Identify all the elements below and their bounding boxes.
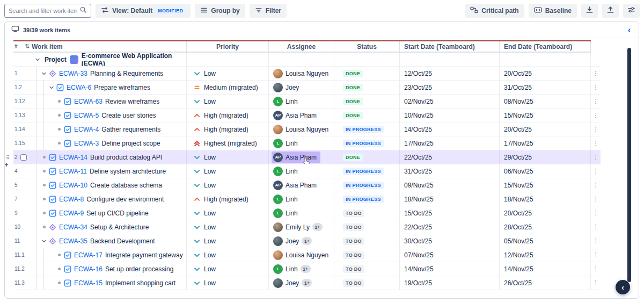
priority-cell[interactable]: Low <box>187 206 269 220</box>
column-header-end-date[interactable]: End Date (Teamboard) <box>500 41 591 52</box>
end-date-cell[interactable]: 15/Nov/25 <box>500 109 591 122</box>
project-cell[interactable]: Project E-commerce Web Application (ECWA… <box>32 53 187 66</box>
table-row[interactable]: ⠿ + 11.1 ECWA-17 Integrate payment gatew… <box>13 248 601 262</box>
priority-cell[interactable]: Low <box>187 178 269 192</box>
table-row[interactable]: ⠿ + 1.14 ECWA-4 Gather requirements <box>13 122 601 136</box>
column-header-status[interactable]: Status <box>334 41 400 52</box>
work-item-cell[interactable]: ECWA-14 Build product catalog API <box>32 150 187 164</box>
assignee-cell[interactable]: L Linh <box>269 95 334 108</box>
status-cell[interactable]: DONE <box>334 109 400 122</box>
work-item-cell[interactable]: ECWA-9 Set up CI/CD pipeline <box>32 206 187 220</box>
assignee-chip[interactable]: Louisa Nguyen <box>272 124 332 135</box>
assignee-cell[interactable]: AP Asia Pham <box>269 109 334 122</box>
start-date-cell[interactable]: 18/Nov/25 <box>400 192 500 206</box>
end-date-cell[interactable]: 26/Oct/25 <box>500 276 591 290</box>
start-date-cell[interactable]: 10/Nov/25 <box>400 109 500 122</box>
start-date-cell[interactable]: 22/Oct/25 <box>400 220 500 234</box>
table-row[interactable]: ⠿ + 11.3 ECWA-15 Implement shopping cart <box>13 276 601 290</box>
work-item-cell[interactable]: ECWA-16 Set up order processing <box>32 262 187 276</box>
work-item-key-link[interactable]: ECWA-10 <box>59 182 87 189</box>
add-work-item-button[interactable]: + <box>4 161 9 169</box>
row-actions-cell[interactable]: ⋮ <box>591 206 601 220</box>
filter-button[interactable]: Filter <box>250 4 287 18</box>
priority-cell[interactable]: Low <box>187 276 269 290</box>
table-row[interactable]: ⠿ + 4 ECWA-11 Define system architecture <box>13 164 601 178</box>
more-options-icon[interactable]: ⋮ <box>593 98 599 104</box>
start-date-cell[interactable]: 09/Nov/25 <box>400 178 500 192</box>
work-item-key-link[interactable]: ECWA-14 <box>59 154 87 161</box>
work-item-key-link[interactable]: ECWA-35 <box>59 237 87 245</box>
status-cell[interactable]: TO DO <box>334 234 400 248</box>
work-item-cell[interactable]: ECWA-8 Configure dev environment <box>32 192 187 206</box>
table-row[interactable]: ⠿ + 1 ECWA-33 Planning & Requirements <box>13 67 601 81</box>
priority-cell[interactable]: Low <box>187 248 269 262</box>
start-date-cell[interactable]: 23/Oct/25 <box>400 81 500 94</box>
table-row[interactable]: ⠿ + 10 ECWA-34 Setup & Architecture <box>13 220 601 234</box>
status-cell[interactable]: IN PROGRESS <box>334 178 400 192</box>
priority-cell[interactable]: High (migrated) <box>187 122 269 136</box>
row-actions-cell[interactable]: ⋮ <box>591 122 601 136</box>
start-date-cell[interactable]: 17/Nov/25 <box>400 136 500 150</box>
assignee-chip[interactable]: Joey 1+ <box>272 277 316 289</box>
row-actions-cell[interactable]: ⋮ <box>591 248 601 262</box>
critical-path-button[interactable]: Critical path <box>465 4 524 18</box>
end-date-cell[interactable]: 18/Nov/25 <box>500 192 591 206</box>
more-options-icon[interactable]: ⋮ <box>593 182 599 188</box>
work-item-cell[interactable]: ECWA-10 Create database schema <box>32 178 187 192</box>
work-item-cell[interactable]: ECWA-33 Planning & Requirements <box>32 67 187 80</box>
work-item-key-link[interactable]: ECWA-34 <box>59 223 87 231</box>
work-item-cell[interactable]: ECWA-5 Create user stories <box>32 109 187 122</box>
work-item-cell[interactable]: ECWA-4 Gather requirements <box>32 122 187 136</box>
collapse-panel-icon[interactable]: ‹ <box>626 26 632 34</box>
more-options-icon[interactable]: ⋮ <box>593 266 599 272</box>
table-row[interactable]: ⠿ + 1.13 ECWA-5 Create user stories <box>13 109 601 122</box>
assignee-chip[interactable]: Louisa Nguyen <box>272 249 332 261</box>
start-date-cell[interactable]: 02/Nov/25 <box>400 95 500 108</box>
end-date-cell[interactable]: 31/Oct/25 <box>500 81 591 94</box>
end-date-cell[interactable]: 14/Nov/25 <box>500 262 591 276</box>
assignee-chip[interactable]: Louisa Nguyen <box>272 68 332 80</box>
work-item-cell[interactable]: ECWA-3 Define project scope <box>32 136 187 150</box>
more-options-icon[interactable]: ⋮ <box>593 154 599 160</box>
work-item-key-link[interactable]: ECWA-63 <box>74 98 103 105</box>
row-actions-cell[interactable]: ⋮ <box>591 164 601 178</box>
assignee-cell[interactable]: L Linh 1+ <box>269 262 334 276</box>
more-options-icon[interactable]: ⋮ <box>593 70 599 76</box>
priority-cell[interactable]: High (migrated) <box>187 192 269 206</box>
assignee-chip[interactable]: L Linh <box>272 193 302 205</box>
export-button[interactable] <box>581 4 598 18</box>
more-options-icon[interactable]: ⋮ <box>593 84 599 90</box>
more-options-icon[interactable]: ⋮ <box>593 252 599 258</box>
assignee-cell[interactable]: L Linh <box>269 192 334 206</box>
sort-icon[interactable]: ⇅ <box>25 43 30 50</box>
start-date-cell[interactable]: 19/Oct/25 <box>400 276 500 290</box>
table-row[interactable]: ⠿ + 9 ECWA-9 Set up CI/CD pipeline <box>13 206 601 220</box>
end-date-cell[interactable]: 20/Oct/25 <box>500 67 591 80</box>
more-options-icon[interactable]: ⋮ <box>593 168 599 174</box>
assignee-cell[interactable]: L Linh <box>269 206 334 220</box>
work-item-key-link[interactable]: ECWA-15 <box>74 279 103 287</box>
work-item-key-link[interactable]: ECWA-33 <box>59 70 87 77</box>
end-date-cell[interactable]: 28/Oct/25 <box>500 220 591 234</box>
assignee-cell[interactable]: Louisa Nguyen <box>269 122 334 136</box>
work-item-cell[interactable]: ECWA-34 Setup & Architecture <box>32 220 187 234</box>
start-date-cell[interactable]: 14/Nov/25 <box>400 262 500 276</box>
status-cell[interactable]: IN PROGRESS <box>334 122 400 136</box>
assignee-cell[interactable]: AP Asia Pham <box>269 150 334 164</box>
expand-chevron-icon[interactable] <box>40 70 48 77</box>
priority-cell[interactable]: Low <box>187 95 269 108</box>
expand-chevron-icon[interactable] <box>48 84 55 91</box>
group-by-button[interactable]: Group by <box>195 4 245 18</box>
end-date-cell[interactable]: 20/Oct/25 <box>500 122 591 136</box>
status-cell[interactable]: DONE <box>334 81 400 94</box>
assignee-cell[interactable]: Louisa Nguyen <box>269 67 334 80</box>
table-row[interactable]: ⠿ + 1.2 ECWA-6 Prepare wireframes <box>13 81 601 95</box>
assignee-chip[interactable]: L Linh <box>272 207 302 219</box>
assignee-cell[interactable]: Joey 1+ <box>269 276 334 290</box>
start-date-cell[interactable]: 07/Nov/25 <box>400 248 500 262</box>
work-item-cell[interactable]: ECWA-35 Backend Development <box>32 234 187 248</box>
priority-cell[interactable]: Low <box>187 150 269 164</box>
status-cell[interactable]: IN PROGRESS <box>334 192 400 206</box>
row-actions-cell[interactable]: ⋮ <box>591 136 601 150</box>
table-row[interactable]: ⠿ + 5 ECWA-10 Create database schema <box>13 178 601 192</box>
